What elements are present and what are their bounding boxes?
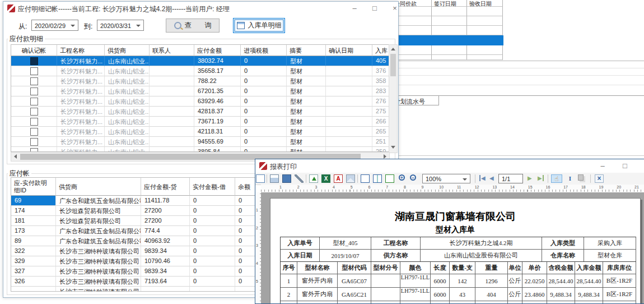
report-window-titlebar[interactable]: 报表打印 – □ bbox=[255, 159, 644, 173]
from-date-combo[interactable]: 2020/02/29 bbox=[31, 20, 78, 31]
chevron-down-icon[interactable] bbox=[463, 178, 467, 181]
close-preview-icon[interactable]: × bbox=[595, 174, 604, 183]
copy-icon[interactable] bbox=[578, 174, 584, 181]
confirm-cell[interactable] bbox=[11, 56, 57, 66]
zoom-in-icon[interactable]: + bbox=[399, 174, 405, 181]
export-icon[interactable] bbox=[309, 174, 318, 183]
checkbox[interactable] bbox=[30, 128, 38, 136]
close-button[interactable]: × bbox=[386, 3, 399, 14]
detail-table-row[interactable]: 长沙万科魅力... 山东南山铝业... 67201.35 0 型材 283 bbox=[11, 86, 389, 96]
zoom-out-icon[interactable]: − bbox=[410, 174, 416, 181]
document-icon[interactable] bbox=[256, 174, 265, 183]
detail-table-row[interactable]: 长沙万科魅力... 山东南山铝业... 94555.69 0 型材 251 bbox=[11, 137, 389, 147]
col-inbound[interactable]: 入库 bbox=[372, 45, 389, 56]
zoom-level-value: 100% bbox=[426, 176, 441, 182]
chevron-down-icon[interactable] bbox=[136, 25, 141, 27]
checkbox[interactable] bbox=[30, 77, 38, 85]
confirm-cell[interactable] bbox=[11, 86, 57, 96]
multi-page-view-icon[interactable] bbox=[385, 174, 394, 183]
confirm-cell[interactable] bbox=[11, 117, 57, 127]
preview-workspace[interactable]: 湖南亘晟门窗幕墙有限公司 型材入库单 入库单号 型材_405 工程名称 长沙万科… bbox=[261, 192, 644, 304]
checkbox[interactable] bbox=[30, 98, 38, 105]
confirm-cell[interactable] bbox=[11, 76, 57, 86]
hand-tool-icon[interactable]: ☝ bbox=[551, 174, 562, 183]
contract-row[interactable] bbox=[392, 45, 503, 55]
single-page-view-icon[interactable] bbox=[361, 174, 370, 183]
checkbox[interactable] bbox=[30, 148, 38, 151]
cell-name: 窗外开内扇 bbox=[297, 274, 338, 288]
col-tax[interactable]: 进项税额 bbox=[241, 45, 287, 56]
prev-page-icon[interactable]: ◀ bbox=[489, 175, 494, 181]
confirm-cell[interactable] bbox=[11, 127, 57, 137]
mail-export-icon[interactable] bbox=[346, 174, 355, 183]
contract-row[interactable] bbox=[392, 16, 503, 26]
col-contact[interactable]: 联系人 bbox=[150, 45, 194, 56]
detail-vscrollbar[interactable] bbox=[389, 44, 398, 153]
col-detail-id[interactable]: 应-实付款明细ID bbox=[11, 178, 56, 196]
scroll-right-icon[interactable] bbox=[384, 154, 386, 159]
scroll-up-icon[interactable] bbox=[391, 48, 395, 50]
confirm-cell[interactable] bbox=[11, 137, 57, 147]
maximize-button[interactable]: □ bbox=[366, 3, 383, 14]
checkbox[interactable] bbox=[30, 138, 38, 146]
checkbox[interactable] bbox=[30, 118, 38, 126]
pdf-export-icon[interactable]: A bbox=[334, 174, 343, 183]
confirm-cell[interactable] bbox=[11, 107, 57, 117]
col-supplier[interactable]: 供货商 bbox=[56, 178, 141, 196]
col-project[interactable]: 工程名称 bbox=[57, 45, 105, 56]
detail-table-row[interactable]: 长沙万科魅力... 山东南山铝业... 788.22 0 型材 358 bbox=[11, 76, 389, 86]
text-select-tool-icon[interactable]: I bbox=[566, 174, 575, 183]
minimize-button[interactable]: – bbox=[594, 160, 611, 172]
detail-table-row[interactable]: 长沙万科魅力... 山东南山铝业... 35658.17 0 型材 376 bbox=[11, 66, 389, 76]
minimize-button[interactable]: – bbox=[346, 3, 363, 14]
detail-table-row[interactable]: 长沙万科魅力... 山东南山铝业... 42118.31 0 型材 265 bbox=[11, 127, 389, 137]
col-supplier[interactable]: 供货商 bbox=[105, 45, 150, 56]
col-summary[interactable]: 摘要 bbox=[287, 45, 326, 56]
detail-table-row[interactable]: 长沙万科魅力... 山东南山铝业... 73671.19 0 型材 266 bbox=[11, 117, 389, 127]
maximize-button[interactable]: □ bbox=[617, 160, 633, 172]
detail-table-header[interactable]: 确认记帐 工程名称 供货商 联系人 应付金额 进项税额 摘要 确认日期 入库 bbox=[11, 45, 389, 56]
settings-icon[interactable] bbox=[295, 174, 304, 183]
contract-row[interactable] bbox=[392, 55, 503, 60]
detail-table-row[interactable]: 长沙万科魅力... 山东南山铝业... 3895.84 0 型材 250 bbox=[11, 147, 389, 151]
last-page-icon[interactable]: ▶ bbox=[538, 175, 544, 181]
excel-export-icon[interactable]: X bbox=[321, 174, 330, 183]
contract-row[interactable] bbox=[392, 26, 503, 35]
to-date-combo[interactable]: 2020/03/31 bbox=[97, 20, 144, 31]
preview-icon[interactable] bbox=[282, 174, 291, 183]
scroll-down-icon[interactable] bbox=[391, 146, 395, 149]
detail-table-body: 长沙万科魅力... 山东南山铝业... 38032.74 0 型材 405 长沙… bbox=[11, 56, 389, 151]
next-page-icon[interactable]: ▶ bbox=[528, 175, 532, 181]
detail-table-row[interactable]: 长沙万科魅力... 山东南山铝业... 42818.37 0 型材 275 bbox=[11, 107, 389, 117]
chevron-down-icon[interactable] bbox=[71, 25, 75, 27]
confirm-cell[interactable] bbox=[11, 66, 57, 76]
confirm-cell[interactable] bbox=[11, 96, 57, 107]
contract-row-selected[interactable] bbox=[392, 35, 503, 45]
query-button[interactable]: 查 询 bbox=[166, 19, 220, 33]
col-paid[interactable]: 实付金额-借 bbox=[190, 178, 235, 196]
col-confirm-date[interactable]: 确认日期 bbox=[326, 45, 372, 56]
cell-summary: 型材 bbox=[287, 137, 326, 147]
checkbox[interactable] bbox=[30, 57, 38, 65]
col-amount[interactable]: 应付金额 bbox=[194, 45, 241, 56]
print-icon[interactable] bbox=[270, 174, 279, 183]
cell-supplier: 长沙市三湘特种玻璃有限公司 bbox=[56, 256, 141, 266]
zoom-level-combo[interactable]: 100% bbox=[422, 174, 470, 183]
contract-row[interactable] bbox=[392, 7, 503, 16]
detail-table-row[interactable]: 长沙万科魅力... 山东南山铝业... 63929.46 0 型材 276 bbox=[11, 96, 389, 107]
first-page-icon[interactable]: ◀ bbox=[479, 175, 486, 181]
checkbox[interactable] bbox=[30, 108, 38, 116]
two-page-view-icon[interactable] bbox=[373, 174, 382, 183]
col-confirm[interactable]: 确认记帐 bbox=[11, 45, 57, 56]
confirm-cell[interactable] bbox=[11, 147, 57, 151]
vscroll-thumb[interactable] bbox=[390, 54, 396, 76]
payable-window-titlebar[interactable]: 应付明细记帐------当前工程: 长沙万科魅力之城4.2期------当前用户… bbox=[3, 2, 398, 15]
scroll-left-icon[interactable] bbox=[14, 154, 17, 159]
page-number-box[interactable]: 1/1 bbox=[498, 174, 523, 183]
checkbox[interactable] bbox=[30, 67, 38, 75]
cell-id bbox=[11, 287, 56, 291]
inbound-detail-button[interactable]: 入库单明细 bbox=[233, 18, 285, 33]
checkbox[interactable] bbox=[30, 87, 38, 95]
detail-table-row[interactable]: 长沙万科魅力... 山东南山铝业... 38032.74 0 型材 405 bbox=[11, 56, 389, 66]
col-payable[interactable]: 应付金额-贷 bbox=[141, 178, 190, 196]
